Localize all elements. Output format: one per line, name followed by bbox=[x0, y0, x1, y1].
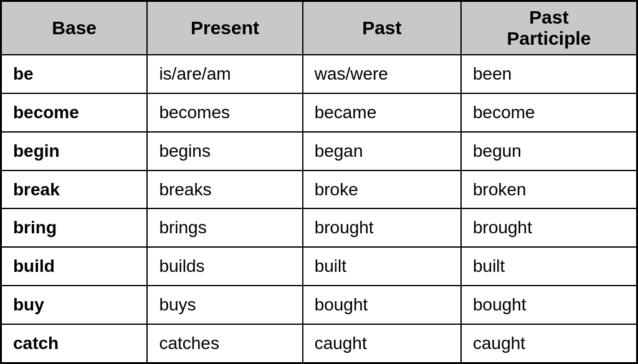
base-form: build bbox=[1, 247, 148, 286]
table-row: beginbeginsbeganbegun bbox=[1, 132, 637, 170]
base-form: break bbox=[1, 170, 148, 209]
present-form: buys bbox=[147, 286, 302, 324]
base-form: begin bbox=[1, 132, 148, 170]
present-form: breaks bbox=[147, 170, 302, 209]
past-form: bought bbox=[303, 286, 461, 324]
header-row: Base Present Past PastParticiple bbox=[1, 1, 637, 55]
table-row: catchcatchescaughtcaught bbox=[1, 324, 637, 363]
present-form: brings bbox=[147, 208, 302, 247]
past-participle-form: bought bbox=[461, 286, 637, 324]
base-form: be bbox=[1, 55, 148, 93]
table-row: breakbreaksbrokebroken bbox=[1, 170, 637, 209]
table-row: becomebecomesbecamebecome bbox=[1, 93, 637, 132]
base-form: buy bbox=[1, 286, 148, 324]
table-wrapper: Base Present Past PastParticiple beis/ar… bbox=[0, 0, 638, 364]
present-form: becomes bbox=[147, 93, 302, 132]
present-form: begins bbox=[147, 132, 302, 170]
present-form: catches bbox=[147, 324, 302, 363]
base-form: catch bbox=[1, 324, 148, 363]
past-participle-form: caught bbox=[461, 324, 637, 363]
past-form: brought bbox=[303, 208, 461, 247]
past-participle-form: built bbox=[461, 247, 637, 286]
table-row: bringbringsbroughtbrought bbox=[1, 208, 637, 247]
past-form: was/were bbox=[303, 55, 461, 93]
base-form: become bbox=[1, 93, 148, 132]
header-past: Past bbox=[303, 1, 461, 55]
base-form: bring bbox=[1, 208, 148, 247]
table-row: buybuysboughtbought bbox=[1, 286, 637, 324]
past-participle-form: brought bbox=[461, 208, 637, 247]
past-participle-form: begun bbox=[461, 132, 637, 170]
table-row: beis/are/amwas/werebeen bbox=[1, 55, 637, 93]
past-form: became bbox=[303, 93, 461, 132]
header-past-participle: PastParticiple bbox=[461, 1, 637, 55]
past-form: caught bbox=[303, 324, 461, 363]
table-row: buildbuildsbuiltbuilt bbox=[1, 247, 637, 286]
past-participle-form: broken bbox=[461, 170, 637, 209]
header-base: Base bbox=[1, 1, 148, 55]
past-form: built bbox=[303, 247, 461, 286]
past-participle-form: been bbox=[461, 55, 637, 93]
past-form: began bbox=[303, 132, 461, 170]
present-form: is/are/am bbox=[147, 55, 302, 93]
past-form: broke bbox=[303, 170, 461, 209]
header-present: Present bbox=[147, 1, 302, 55]
present-form: builds bbox=[147, 247, 302, 286]
past-participle-form: become bbox=[461, 93, 637, 132]
irregular-verbs-table: Base Present Past PastParticiple beis/ar… bbox=[0, 0, 638, 364]
